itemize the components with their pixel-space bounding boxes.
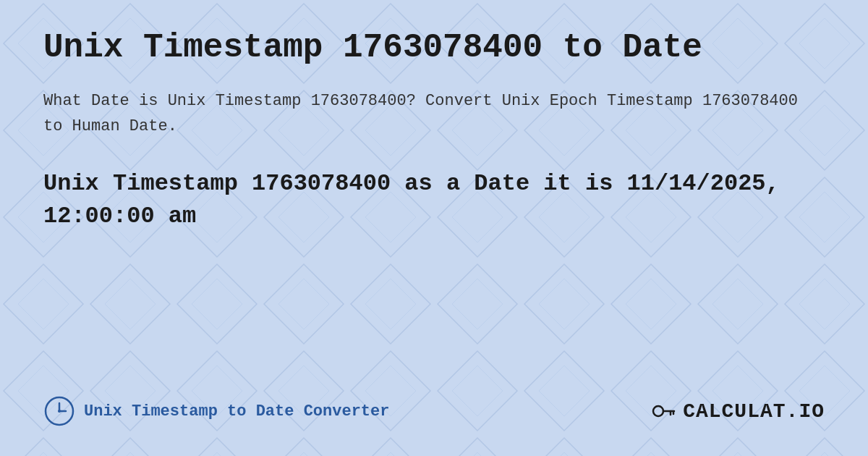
svg-point-7 [58, 410, 61, 413]
page-title: Unix Timestamp 1763078400 to Date [43, 29, 825, 67]
logo-icon [651, 398, 677, 424]
svg-point-8 [653, 406, 663, 416]
page-description: What Date is Unix Timestamp 1763078400? … [43, 88, 825, 139]
footer-left: Unix Timestamp to Date Converter [43, 395, 389, 427]
logo-text: CALCULAT.IO [683, 400, 825, 423]
footer-link[interactable]: Unix Timestamp to Date Converter [84, 402, 389, 421]
logo-section: CALCULAT.IO [651, 398, 825, 424]
result-section: Unix Timestamp 1763078400 as a Date it i… [43, 168, 825, 233]
footer: Unix Timestamp to Date Converter CALCULA… [43, 381, 825, 427]
clock-icon [43, 395, 75, 427]
result-text: Unix Timestamp 1763078400 as a Date it i… [43, 168, 825, 233]
